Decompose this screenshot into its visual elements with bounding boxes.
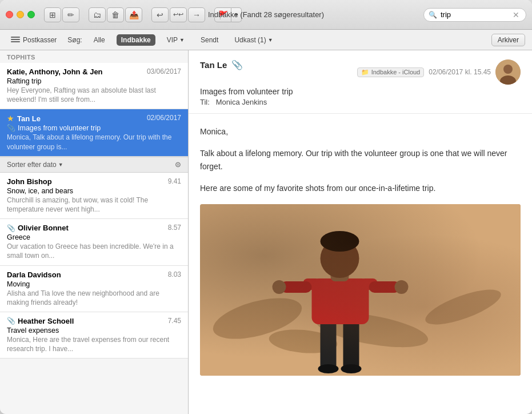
search-clear-button[interactable]: ✕ bbox=[513, 10, 519, 19]
filter-alle[interactable]: Alle bbox=[89, 34, 110, 46]
message-action-group: 🗂 🗑 📤 bbox=[89, 7, 142, 22]
email-sender-john: John Bishop bbox=[7, 177, 52, 186]
close-button[interactable] bbox=[6, 11, 13, 18]
filter-vip[interactable]: VIP ▼ bbox=[162, 34, 189, 46]
email-meta: 📁 Indbakke - iCloud 02/06/2017 kl. 15.45 bbox=[357, 59, 521, 85]
email-item-olivier[interactable]: 📎 Olivier Bonnet 8.57 Greece Our vacatio… bbox=[0, 219, 188, 265]
trash-icon: 🗑 bbox=[111, 10, 119, 19]
email-item-tanle[interactable]: ★ Tan Le 02/06/2017 📎 Images from volunt… bbox=[0, 109, 188, 156]
email-preview-darla: Alisha and Tia love the new neighborhood… bbox=[7, 289, 181, 307]
email-preview-olivier: Our vacation to Greece has been incredib… bbox=[7, 242, 181, 260]
mailbox-icon: ⊞ bbox=[49, 10, 56, 19]
vip-chevron-icon: ▼ bbox=[179, 37, 185, 43]
email-date-tanle: 02/06/2017 bbox=[147, 114, 181, 122]
forward-icon: → bbox=[193, 10, 201, 19]
email-subject-katie: Rafting trip bbox=[7, 77, 181, 85]
detail-subject: Images from volunteer trip bbox=[200, 87, 521, 96]
email-score-olivier: 8.57 bbox=[168, 224, 181, 232]
email-sender-katie: Katie, Anthony, John & Jen bbox=[7, 67, 103, 76]
email-body-para2: Here are some of my favorite shots from … bbox=[200, 182, 521, 194]
email-score-john: 9.41 bbox=[168, 177, 181, 185]
email-sender-olivier: Olivier Bonnet bbox=[18, 224, 69, 232]
email-detail-header: Tan Le 📎 📁 Indbakke - iCloud 02/06/2017 … bbox=[189, 50, 532, 114]
email-item-heather[interactable]: 📎 Heather Schoell 7.45 Travel expenses M… bbox=[0, 312, 188, 359]
compose-button[interactable]: ✏ bbox=[62, 7, 79, 22]
move-button[interactable]: 📤 bbox=[125, 7, 142, 22]
email-score-heather: 7.45 bbox=[168, 317, 181, 325]
minimize-button[interactable] bbox=[17, 11, 24, 18]
email-date-katie: 03/06/2017 bbox=[147, 67, 181, 75]
search-box[interactable]: 🔍 ✕ bbox=[423, 8, 526, 22]
detail-sender-name: Tan Le bbox=[200, 60, 227, 70]
mail-window: ⊞ ✏ 🗂 🗑 📤 ↩ ↩↩ → bbox=[0, 0, 532, 414]
reply-all-button[interactable]: ↩↩ bbox=[170, 7, 187, 22]
email-subject-heather: Travel expenses bbox=[7, 327, 181, 335]
detail-attachment-icon: 📎 bbox=[231, 59, 243, 70]
email-subject-darla: Moving bbox=[7, 280, 181, 288]
filter-icon[interactable]: ⊜ bbox=[175, 160, 181, 169]
email-preview-tanle: Monica, Talk about a lifelong memory. Ou… bbox=[7, 133, 181, 151]
compose-group: ⊞ ✏ bbox=[44, 7, 79, 22]
email-sender-heather: Heather Schoell bbox=[18, 317, 74, 325]
window-title: Indbakke (Fandt 28 søgeresultater) bbox=[208, 10, 324, 19]
email-preview-katie: Hey Everyone, Rafting was an absolute bl… bbox=[7, 86, 181, 104]
email-sender-tanle: Tan Le bbox=[17, 114, 41, 123]
archive-button[interactable]: 🗂 bbox=[89, 7, 106, 22]
email-subject-john: Snow, ice, and bears bbox=[7, 187, 181, 195]
main-content: Tophits Katie, Anthony, John & Jen 03/06… bbox=[0, 50, 532, 414]
email-preview-john: Churchill is amazing, but wow, was it co… bbox=[7, 196, 181, 214]
mailboxes-button[interactable]: Postkasser bbox=[7, 34, 61, 46]
sort-bar: Sorter efter dato ▼ ⊜ bbox=[0, 157, 188, 173]
email-sender-darla: Darla Davidson bbox=[7, 270, 61, 279]
filter-sendt[interactable]: Sendt bbox=[196, 34, 223, 46]
filterbar: Postkasser Søg: Alle Indbakke VIP ▼ Send… bbox=[0, 30, 532, 50]
sort-label[interactable]: Sorter efter dato ▼ bbox=[7, 161, 63, 169]
email-salutation: Monica, bbox=[200, 125, 521, 138]
attachment-icon-tanle: 📎 bbox=[7, 124, 15, 132]
email-preview-heather: Monica, Here are the travel expenses fro… bbox=[7, 335, 181, 353]
email-item-john[interactable]: John Bishop 9.41 Snow, ice, and bears Ch… bbox=[0, 173, 188, 219]
tophits-header: Tophits bbox=[0, 50, 188, 63]
traffic-lights bbox=[6, 11, 35, 18]
reply-button[interactable]: ↩ bbox=[151, 7, 169, 22]
svg-point-1 bbox=[503, 65, 513, 74]
arkiver-button[interactable]: Arkiver bbox=[491, 34, 525, 46]
move-icon: 📤 bbox=[129, 10, 139, 19]
attachment-icon-heather: 📎 bbox=[7, 317, 15, 325]
search-input[interactable] bbox=[441, 10, 509, 19]
mailboxes-label: Postkasser bbox=[23, 36, 57, 44]
search-icon: 🔍 bbox=[429, 11, 437, 19]
mailbox-name: Indbakke - iCloud bbox=[371, 69, 421, 75]
email-image bbox=[200, 204, 521, 376]
forward-button[interactable]: → bbox=[188, 7, 205, 22]
detail-date: 02/06/2017 kl. 15.45 bbox=[429, 68, 491, 76]
reply-group: ↩ ↩↩ → bbox=[151, 7, 205, 22]
sidebar-toggle-icon bbox=[11, 37, 20, 43]
filter-udkast[interactable]: Udkast (1) ▼ bbox=[230, 34, 277, 46]
archive-icon: 🗂 bbox=[93, 10, 101, 19]
detail-to-line: Til: Monica Jenkins bbox=[200, 98, 521, 106]
reply-icon: ↩ bbox=[157, 10, 163, 19]
attachment-icon-olivier: 📎 bbox=[7, 224, 15, 232]
email-body: Monica, Talk about a lifelong memory. Ou… bbox=[189, 114, 532, 414]
email-score-darla: 8.03 bbox=[168, 270, 181, 278]
search-label: Søg: bbox=[67, 36, 82, 44]
email-body-para1: Talk about a lifelong memory. Our trip w… bbox=[200, 147, 521, 173]
sort-chevron-icon: ▼ bbox=[58, 162, 63, 168]
titlebar: ⊞ ✏ 🗂 🗑 📤 ↩ ↩↩ → bbox=[0, 0, 532, 30]
filter-indbakke[interactable]: Indbakke bbox=[117, 34, 155, 46]
email-item-katie[interactable]: Katie, Anthony, John & Jen 03/06/2017 Ra… bbox=[0, 63, 188, 109]
compose-icon: ✏ bbox=[67, 10, 74, 19]
email-subject-olivier: Greece bbox=[7, 233, 181, 241]
email-detail-panel: Tan Le 📎 📁 Indbakke - iCloud 02/06/2017 … bbox=[189, 50, 532, 414]
delete-button[interactable]: 🗑 bbox=[107, 7, 124, 22]
sender-info: Tan Le 📎 bbox=[200, 59, 243, 70]
email-list-panel: Tophits Katie, Anthony, John & Jen 03/06… bbox=[0, 50, 189, 414]
maximize-button[interactable] bbox=[27, 11, 35, 18]
star-icon-tanle: ★ bbox=[7, 114, 14, 123]
mailbox-button[interactable]: ⊞ bbox=[44, 7, 61, 22]
to-label: Til: bbox=[200, 98, 210, 106]
email-item-darla[interactable]: Darla Davidson 8.03 Moving Alisha and Ti… bbox=[0, 266, 188, 312]
to-address: Monica Jenkins bbox=[216, 98, 267, 106]
folder-icon: 📁 bbox=[361, 69, 369, 76]
